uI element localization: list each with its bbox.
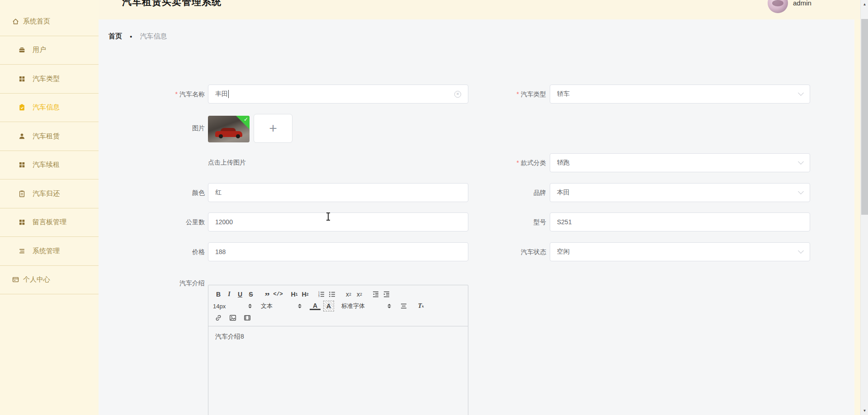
sidebar-item-label: 系统管理 xyxy=(33,247,60,255)
sidebar: 系统首页 用户 汽车类型 汽车信息 汽车租赁 xyxy=(0,0,99,415)
clear-input-icon[interactable]: ✕ xyxy=(454,91,461,98)
car-type-select[interactable]: 轿车 xyxy=(550,85,810,104)
car-name-input[interactable]: 丰田 ✕ xyxy=(208,85,468,104)
chevron-down-icon xyxy=(798,189,804,194)
text-color-button[interactable]: A xyxy=(310,302,321,310)
color-input[interactable]: 红 xyxy=(208,183,468,202)
spinner-icon xyxy=(298,304,302,308)
font-size-picker[interactable]: 14px xyxy=(213,301,252,311)
add-image-button[interactable]: + xyxy=(254,114,292,143)
sidebar-item-car-renewal[interactable]: 汽车续租 xyxy=(0,151,99,180)
sidebar-item-system-management[interactable]: 系统管理 xyxy=(0,237,99,266)
clear-format-button[interactable]: Tx xyxy=(415,301,426,311)
car-name-label: *汽车名称 xyxy=(127,85,205,104)
underline-button[interactable]: U xyxy=(235,289,245,300)
scrollbar-up-button[interactable]: ▲ xyxy=(861,0,868,9)
header2-button[interactable]: H2 xyxy=(300,289,311,300)
bold-button[interactable]: B xyxy=(213,289,224,300)
status-select[interactable]: 空闲 xyxy=(550,242,810,261)
italic-button[interactable]: I xyxy=(224,289,235,300)
spinner-icon xyxy=(248,304,252,308)
style-category-select[interactable]: 轿跑 xyxy=(550,153,810,172)
avatar[interactable] xyxy=(768,0,788,13)
brand-value: 本田 xyxy=(557,189,570,197)
brand-select[interactable]: 本田 xyxy=(550,183,810,202)
sidebar-item-label: 系统首页 xyxy=(23,17,50,26)
card-icon xyxy=(12,276,19,283)
grid-icon xyxy=(18,75,26,83)
mileage-input[interactable]: 12000 xyxy=(208,212,468,231)
top-header: 汽车租赁买卖管理系统 admin xyxy=(99,0,860,19)
subscript-button[interactable]: x2 xyxy=(343,289,354,300)
home-icon xyxy=(12,18,19,25)
model-input[interactable]: S251 xyxy=(550,212,810,231)
sidebar-item-label: 用户 xyxy=(33,46,46,54)
video-icon[interactable] xyxy=(242,312,253,323)
chevron-down-icon xyxy=(798,159,804,165)
sidebar-item-users[interactable]: 用户 xyxy=(0,36,99,65)
sidebar-item-label: 留言板管理 xyxy=(33,218,66,226)
page-title: 汽车租赁买卖管理系统 xyxy=(122,0,222,8)
indent-icon[interactable] xyxy=(381,289,392,300)
superscript-button[interactable]: x2 xyxy=(354,289,365,300)
price-value: 188 xyxy=(215,248,226,255)
background-color-button[interactable]: A xyxy=(323,301,334,311)
link-icon[interactable] xyxy=(213,312,224,323)
sidebar-item-system-home[interactable]: 系统首页 xyxy=(0,7,99,36)
sidebar-item-car-types[interactable]: 汽车类型 xyxy=(0,65,99,94)
grid-icon xyxy=(18,161,26,169)
align-icon[interactable] xyxy=(398,301,409,311)
text-style-picker[interactable]: 文本 xyxy=(261,301,302,311)
editor-toolbar: B I U S ” </> H1 H2 123 x2 x2 xyxy=(208,285,468,326)
scrollbar-thumb[interactable] xyxy=(861,19,868,215)
image-label: 图片 xyxy=(127,118,205,137)
sidebar-item-car-rental[interactable]: 汽车租赁 xyxy=(0,122,99,151)
chevron-down-icon xyxy=(798,248,804,254)
upload-hint: 点击上传图片 xyxy=(208,159,246,167)
style-category-label: *款式分类 xyxy=(466,153,546,172)
image-icon[interactable] xyxy=(227,312,238,323)
font-family-picker[interactable]: 标准字体 xyxy=(341,301,391,311)
outdent-icon[interactable] xyxy=(370,289,381,300)
mouse-text-cursor xyxy=(326,212,330,221)
clipboard-icon xyxy=(18,190,26,198)
sidebar-item-label: 汽车续租 xyxy=(33,160,60,169)
scrollbar-down-button[interactable]: ▼ xyxy=(861,406,868,415)
spinner-icon xyxy=(387,304,391,308)
sidebar-item-label: 汽车租赁 xyxy=(33,132,60,141)
header1-button[interactable]: H1 xyxy=(289,289,300,300)
style-category-value: 轿跑 xyxy=(557,159,570,167)
plus-icon: + xyxy=(269,121,277,136)
sidebar-item-label: 汽车类型 xyxy=(33,75,60,83)
model-value: S251 xyxy=(557,218,572,226)
blockquote-button[interactable]: ” xyxy=(262,289,273,300)
car-rental-admin-page: 系统首页 用户 汽车类型 汽车信息 汽车租赁 xyxy=(0,0,868,415)
price-input[interactable]: 188 xyxy=(208,242,468,261)
svg-text:3: 3 xyxy=(318,295,320,297)
model-label: 型号 xyxy=(466,212,546,231)
status-label: 汽车状态 xyxy=(466,242,546,261)
user-icon xyxy=(18,132,26,140)
ordered-list-icon[interactable]: 123 xyxy=(316,289,327,300)
uploaded-image-thumbnail[interactable]: ✓ xyxy=(208,116,250,142)
color-label: 颜色 xyxy=(127,183,205,202)
page-scrollbar[interactable]: ▲ ▼ xyxy=(860,0,868,415)
car-name-value: 丰田 xyxy=(215,90,228,98)
status-value: 空闲 xyxy=(557,248,570,256)
menu-lines-icon xyxy=(18,247,26,255)
breadcrumb-current: 汽车信息 xyxy=(140,32,167,41)
editor-content[interactable]: 汽车介绍8 xyxy=(208,326,468,347)
username-label[interactable]: admin xyxy=(793,0,811,7)
sidebar-item-car-info[interactable]: 汽车信息 xyxy=(0,94,99,123)
code-block-button[interactable]: </> xyxy=(273,289,283,300)
breadcrumb-home[interactable]: 首页 xyxy=(108,32,122,41)
sidebar-item-label: 个人中心 xyxy=(23,275,50,284)
brand-label: 品牌 xyxy=(466,183,546,202)
sidebar-item-message-board[interactable]: 留言板管理 xyxy=(0,208,99,237)
sidebar-item-car-return[interactable]: 汽车归还 xyxy=(0,179,99,208)
bullet-list-icon[interactable] xyxy=(327,289,338,300)
strikethrough-button[interactable]: S xyxy=(245,289,256,300)
check-icon: ✓ xyxy=(244,116,248,123)
car-type-label: *汽车类型 xyxy=(466,85,546,104)
sidebar-item-personal-center[interactable]: 个人中心 xyxy=(0,266,99,295)
